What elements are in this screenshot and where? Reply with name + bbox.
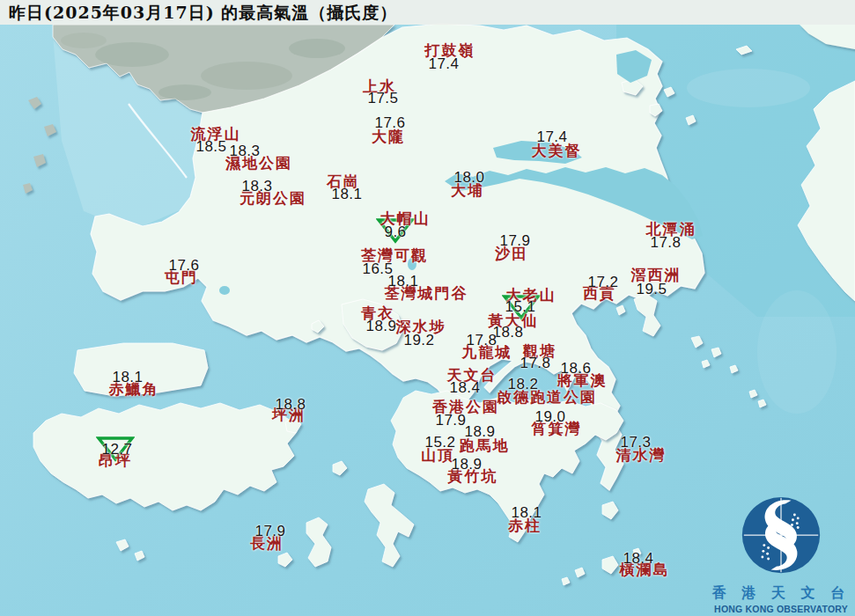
hko-logo-text-zh: 香 港 天 文 台: [711, 584, 851, 603]
map-title: 昨日(2025年03月17日) 的最高氣溫（攝氏度）: [9, 2, 397, 25]
hko-logo: 香 港 天 文 台 HONG KONG OBSERVATORY: [711, 495, 851, 614]
hko-logo-text-en: HONG KONG OBSERVATORY: [711, 604, 851, 614]
hko-max-temperature-map-page: 昨日(2025年03月17日) 的最高氣溫（攝氏度） 打鼓嶺17.4上水17.5…: [0, 0, 855, 616]
hko-logo-icon: [739, 495, 823, 579]
